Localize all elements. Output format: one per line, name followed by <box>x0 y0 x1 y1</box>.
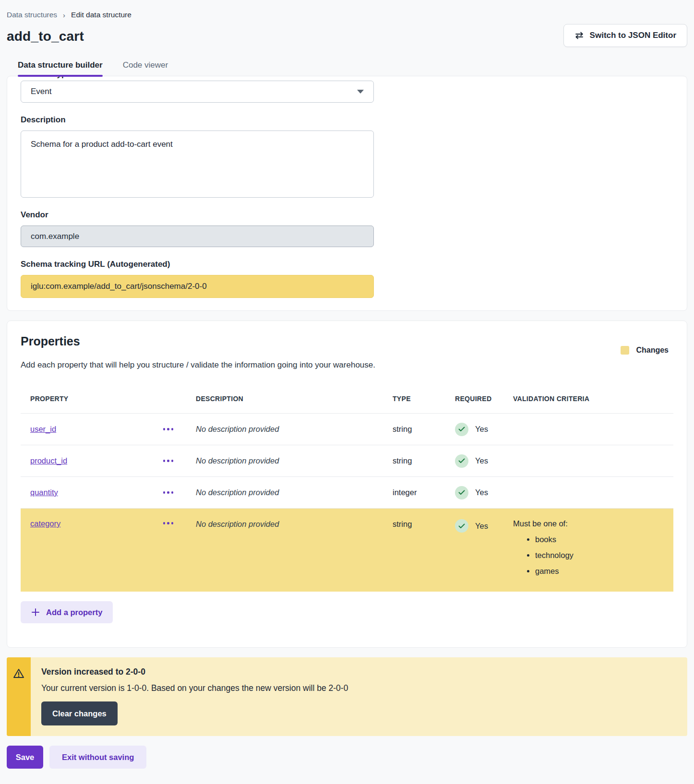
description-label: Description <box>21 115 673 125</box>
schema-type-value: Event <box>31 87 51 96</box>
properties-table: PROPERTY DESCRIPTION TYPE REQUIRED VALID… <box>21 388 673 592</box>
validation-intro: Must be one of: <box>513 519 673 528</box>
validation-cell: Must be one of: bookstechnologygames <box>513 519 673 576</box>
check-icon <box>455 454 468 468</box>
banner-accent-strip <box>7 657 31 736</box>
properties-subtitle: Add each property that will help you str… <box>21 360 673 370</box>
page-title: add_to_cart <box>7 29 84 44</box>
swap-arrows-icon <box>574 32 584 39</box>
table-row: category No description provided string … <box>21 508 673 592</box>
row-description: No description provided <box>196 425 393 434</box>
exit-without-saving-button[interactable]: Exit without saving <box>49 746 146 769</box>
banner-title: Version increased to 2-0-0 <box>41 667 348 677</box>
table-row: product_id No description provided strin… <box>21 445 673 476</box>
row-required: Yes <box>455 423 513 436</box>
validation-list: bookstechnologygames <box>513 535 673 576</box>
chevron-down-icon <box>357 90 364 94</box>
properties-card: Properties Changes Add each property tha… <box>7 321 687 648</box>
properties-header: Properties Changes <box>21 334 673 355</box>
check-icon <box>455 519 468 533</box>
changes-label: Changes <box>636 346 669 355</box>
vendor-input: com.example <box>21 226 374 247</box>
row-required: Yes <box>455 486 513 499</box>
add-property-button[interactable]: Add a property <box>21 601 113 623</box>
column-header-validation: VALIDATION CRITERIA <box>513 395 673 403</box>
breadcrumb: Data structures › Edit data structure <box>7 0 687 19</box>
tracking-url-label: Schema tracking URL (Autogenerated) <box>21 260 673 269</box>
schema-type-label-clipped: Schema type <box>21 76 673 81</box>
required-label: Yes <box>475 425 488 434</box>
changes-legend: Changes <box>621 346 669 355</box>
validation-option: games <box>535 567 673 576</box>
property-link[interactable]: user_id <box>30 425 56 433</box>
breadcrumb-separator-icon: › <box>63 11 65 19</box>
check-icon <box>455 423 468 436</box>
row-type: string <box>393 425 455 434</box>
changes-swatch <box>621 346 629 355</box>
column-header-type: TYPE <box>393 395 455 403</box>
property-link[interactable]: category <box>30 519 60 528</box>
row-description: No description provided <box>196 520 393 529</box>
row-description: No description provided <box>196 488 393 497</box>
row-type: string <box>393 456 455 465</box>
required-label: Yes <box>475 488 488 497</box>
breadcrumb-parent-link[interactable]: Data structures <box>7 11 57 19</box>
banner-content: Version increased to 2-0-0 Your current … <box>31 657 358 736</box>
properties-table-body: user_id No description provided string Y… <box>21 413 673 592</box>
schema-type-select[interactable]: Event <box>21 81 374 103</box>
banner-body: Your current version is 1-0-0. Based on … <box>41 683 348 693</box>
tab-bar: Data structure builder Code viewer <box>7 60 687 76</box>
row-required: Yes <box>455 454 513 468</box>
description-textarea[interactable]: Schema for a product add-to-cart event <box>21 131 374 198</box>
tab-code-viewer[interactable]: Code viewer <box>123 60 168 76</box>
row-type: integer <box>393 488 455 497</box>
page: Data structures › Edit data structure ad… <box>0 0 694 769</box>
kebab-menu-icon[interactable] <box>160 519 177 527</box>
plus-icon <box>31 608 40 617</box>
switch-button-label: Switch to JSON Editor <box>590 31 676 40</box>
tracking-url-input: iglu:com.example/add_to_cart/jsonschema/… <box>21 275 374 298</box>
warning-triangle-icon <box>12 667 25 680</box>
validation-option: books <box>535 535 673 544</box>
table-row: quantity No description provided integer… <box>21 476 673 508</box>
tab-data-structure-builder[interactable]: Data structure builder <box>18 60 103 76</box>
required-label: Yes <box>475 456 488 465</box>
breadcrumb-current: Edit data structure <box>71 11 132 19</box>
property-link[interactable]: product_id <box>30 456 67 465</box>
row-description: No description provided <box>196 456 393 465</box>
property-link[interactable]: quantity <box>30 488 58 497</box>
required-label: Yes <box>475 522 488 531</box>
check-icon <box>455 486 468 499</box>
kebab-menu-icon[interactable] <box>160 425 177 433</box>
add-property-label: Add a property <box>46 608 102 617</box>
version-warning-banner: Version increased to 2-0-0 Your current … <box>7 657 687 736</box>
properties-table-header: PROPERTY DESCRIPTION TYPE REQUIRED VALID… <box>21 388 673 413</box>
kebab-menu-icon[interactable] <box>160 457 177 465</box>
switch-to-json-editor-button[interactable]: Switch to JSON Editor <box>563 24 687 47</box>
validation-option: technology <box>535 551 673 560</box>
properties-title: Properties <box>21 334 80 348</box>
clear-changes-button[interactable]: Clear changes <box>41 701 118 725</box>
table-row: user_id No description provided string Y… <box>21 413 673 445</box>
footer-actions: Save Exit without saving <box>7 746 687 769</box>
kebab-menu-icon[interactable] <box>160 488 177 497</box>
row-type: string <box>393 520 455 529</box>
title-row: add_to_cart Switch to JSON Editor <box>7 24 687 47</box>
schema-form-card: Schema type Event Description Schema for… <box>7 76 687 311</box>
save-button[interactable]: Save <box>7 746 43 769</box>
vendor-label: Vendor <box>21 210 673 220</box>
column-header-required: REQUIRED <box>455 395 513 403</box>
row-required: Yes <box>455 519 513 533</box>
column-header-property: PROPERTY <box>21 395 141 403</box>
column-header-description: DESCRIPTION <box>196 395 393 403</box>
